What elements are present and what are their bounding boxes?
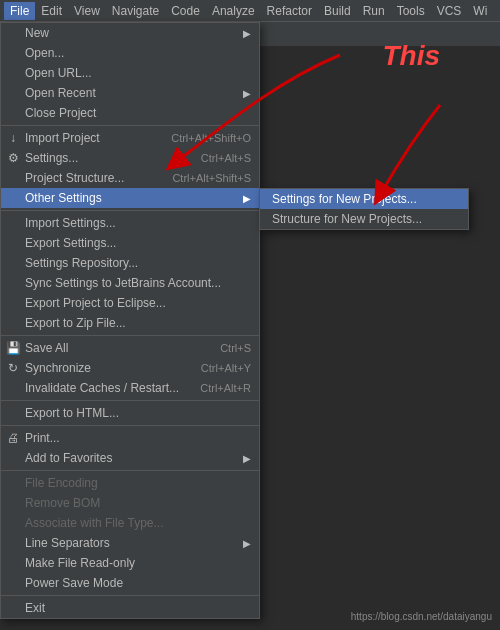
menu-item-right: ▶ <box>239 453 251 464</box>
menu-navigate[interactable]: Navigate <box>106 2 165 20</box>
menu-item-open-url[interactable]: Open URL... <box>1 63 259 83</box>
submenu-item-settings-new-projects[interactable]: Settings for New Projects... <box>260 189 468 209</box>
menu-item-invalidate-caches[interactable]: Invalidate Caches / Restart...Ctrl+Alt+R <box>1 378 259 398</box>
menu-item-right: Ctrl+Alt+Shift+S <box>152 172 251 184</box>
menu-separator <box>1 400 259 401</box>
arrow-icon: ▶ <box>243 538 251 549</box>
menu-separator <box>1 125 259 126</box>
menu-item-close-project[interactable]: Close Project <box>1 103 259 123</box>
shortcut-label: Ctrl+Alt+R <box>200 382 251 394</box>
menu-item-label: Export to Zip File... <box>25 316 126 330</box>
annotation-this: This <box>382 40 440 72</box>
menu-item-label: Make File Read-only <box>25 556 135 570</box>
menu-item-open-recent[interactable]: Open Recent▶ <box>1 83 259 103</box>
arrow-icon: ▶ <box>243 88 251 99</box>
menu-item-label: Export Project to Eclipse... <box>25 296 166 310</box>
menu-item-label: New <box>25 26 49 40</box>
submenu-item-structure-new-projects[interactable]: Structure for New Projects... <box>260 209 468 229</box>
arrow-icon: ▶ <box>243 28 251 39</box>
menu-item-label: Import Project <box>25 131 100 145</box>
menu-code[interactable]: Code <box>165 2 206 20</box>
print-icon: 🖨 <box>5 431 21 445</box>
menu-item-label: Close Project <box>25 106 96 120</box>
menu-item-save-all[interactable]: 💾Save AllCtrl+S <box>1 338 259 358</box>
menu-item-label: Add to Favorites <box>25 451 112 465</box>
menu-tools[interactable]: Tools <box>391 2 431 20</box>
menu-item-label: Exit <box>25 601 45 615</box>
gear-icon: ⚙ <box>5 151 21 165</box>
menu-item-label: Settings Repository... <box>25 256 138 270</box>
menu-item-make-readonly[interactable]: Make File Read-only <box>1 553 259 573</box>
menu-item-line-separators[interactable]: Line Separators▶ <box>1 533 259 553</box>
menu-file[interactable]: File <box>4 2 35 20</box>
shortcut-label: Ctrl+Alt+S <box>201 152 251 164</box>
shortcut-label: Ctrl+Alt+Y <box>201 362 251 374</box>
menu-item-right: Ctrl+Alt+Shift+O <box>151 132 251 144</box>
menu-item-other-settings[interactable]: Other Settings▶ <box>1 188 259 208</box>
menu-view[interactable]: View <box>68 2 106 20</box>
menu-item-export-html[interactable]: Export to HTML... <box>1 403 259 423</box>
save-icon: 💾 <box>5 341 21 355</box>
menu-item-label: Invalidate Caches / Restart... <box>25 381 179 395</box>
sync-icon: ↻ <box>5 361 21 375</box>
file-dropdown-menu: New▶Open...Open URL...Open Recent▶Close … <box>0 22 260 619</box>
menu-item-new[interactable]: New▶ <box>1 23 259 43</box>
arrow-icon: ▶ <box>243 453 251 464</box>
menu-item-right: Ctrl+Alt+S <box>181 152 251 164</box>
menu-item-export-eclipse[interactable]: Export Project to Eclipse... <box>1 293 259 313</box>
menu-item-add-favorites[interactable]: Add to Favorites▶ <box>1 448 259 468</box>
menu-refactor[interactable]: Refactor <box>261 2 318 20</box>
menu-item-synchronize[interactable]: ↻SynchronizeCtrl+Alt+Y <box>1 358 259 378</box>
menu-item-right: ▶ <box>239 28 251 39</box>
other-settings-submenu: Settings for New Projects...Structure fo… <box>259 188 469 230</box>
menu-item-label: Import Settings... <box>25 216 116 230</box>
menu-item-power-save[interactable]: Power Save Mode <box>1 573 259 593</box>
menu-analyze[interactable]: Analyze <box>206 2 261 20</box>
menu-item-file-encoding: File Encoding <box>1 473 259 493</box>
menu-item-exit[interactable]: Exit <box>1 598 259 618</box>
menu-item-import-project[interactable]: ↓Import ProjectCtrl+Alt+Shift+O <box>1 128 259 148</box>
menu-item-import-settings[interactable]: Import Settings... <box>1 213 259 233</box>
menu-item-label: Associate with File Type... <box>25 516 164 530</box>
menu-item-right: Ctrl+Alt+R <box>180 382 251 394</box>
menu-item-right: Ctrl+Alt+Y <box>181 362 251 374</box>
menu-separator <box>1 335 259 336</box>
other-settings-container: Other Settings▶Settings for New Projects… <box>1 188 259 208</box>
menu-item-associate-file-type: Associate with File Type... <box>1 513 259 533</box>
menu-item-settings[interactable]: ⚙Settings...Ctrl+Alt+S <box>1 148 259 168</box>
menu-item-label: Export to HTML... <box>25 406 119 420</box>
menu-item-project-structure[interactable]: Project Structure...Ctrl+Alt+Shift+S <box>1 168 259 188</box>
menu-run[interactable]: Run <box>357 2 391 20</box>
menu-item-label: Export Settings... <box>25 236 116 250</box>
menu-build[interactable]: Build <box>318 2 357 20</box>
menu-item-print[interactable]: 🖨Print... <box>1 428 259 448</box>
menu-item-export-zip[interactable]: Export to Zip File... <box>1 313 259 333</box>
menu-wi[interactable]: Wi <box>467 2 493 20</box>
menu-item-label: Settings... <box>25 151 78 165</box>
menu-separator <box>1 470 259 471</box>
menu-item-sync-settings[interactable]: Sync Settings to JetBrains Account... <box>1 273 259 293</box>
menu-bar: File Edit View Navigate Code Analyze Ref… <box>0 0 500 22</box>
menu-item-label: Open URL... <box>25 66 92 80</box>
menu-item-label: Power Save Mode <box>25 576 123 590</box>
menu-item-right: ▶ <box>239 538 251 549</box>
arrow-icon: ▶ <box>243 193 251 204</box>
menu-separator <box>1 595 259 596</box>
menu-item-right: ▶ <box>239 88 251 99</box>
menu-item-remove-bom: Remove BOM <box>1 493 259 513</box>
shortcut-label: Ctrl+Alt+Shift+O <box>171 132 251 144</box>
menu-item-export-settings[interactable]: Export Settings... <box>1 233 259 253</box>
menu-item-label: Save All <box>25 341 68 355</box>
menu-vcs[interactable]: VCS <box>431 2 468 20</box>
menu-item-open[interactable]: Open... <box>1 43 259 63</box>
shortcut-label: Ctrl+Alt+Shift+S <box>172 172 251 184</box>
menu-item-label: Remove BOM <box>25 496 100 510</box>
menu-edit[interactable]: Edit <box>35 2 68 20</box>
watermark: https://blog.csdn.net/dataiyangu <box>351 611 492 622</box>
menu-item-settings-repository[interactable]: Settings Repository... <box>1 253 259 273</box>
menu-item-label: Print... <box>25 431 60 445</box>
menu-separator <box>1 210 259 211</box>
menu-separator <box>1 425 259 426</box>
menu-item-label: Sync Settings to JetBrains Account... <box>25 276 221 290</box>
shortcut-label: Ctrl+S <box>220 342 251 354</box>
